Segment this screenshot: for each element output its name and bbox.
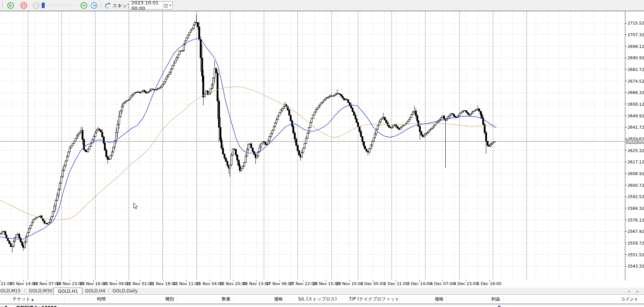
mouse-cursor-icon (134, 203, 138, 209)
candle-body (172, 65, 173, 69)
candle-body (68, 152, 69, 156)
candle-body (411, 115, 412, 117)
skip-icon[interactable] (104, 2, 112, 9)
play-triangle-icon (9, 4, 12, 7)
candle-body (248, 144, 249, 149)
rewind-icon[interactable] (33, 2, 40, 9)
candle-body (180, 51, 182, 52)
candle-body (431, 129, 432, 129)
candle-body (463, 110, 464, 111)
candle-body (186, 38, 187, 41)
price-axis-label: 2559.72 (628, 240, 644, 245)
candle-body (145, 92, 147, 93)
speed-slider[interactable] (41, 5, 76, 6)
candle-body (334, 95, 335, 96)
candle-body (119, 117, 120, 124)
candle-body (54, 206, 55, 211)
candle-body (493, 143, 494, 143)
column-divider (233, 295, 234, 303)
column-header-8[interactable]: 価格 (399, 295, 443, 303)
price-axis[interactable]: 2715.522707.322699.122690.922682.722674.… (625, 11, 644, 280)
candle-body (117, 124, 119, 132)
candle-body (476, 110, 477, 110)
candle-body (126, 101, 127, 102)
chart-area[interactable] (0, 11, 625, 280)
time-axis[interactable]: 21:0015 Nov 14:0018 Nov 07:0018 Nov 23:0… (0, 280, 625, 288)
column-header-10[interactable]: コメント (503, 295, 639, 303)
candle-body (30, 225, 31, 228)
chart-tab-gold-m15[interactable]: GOLD,M15 (0, 288, 20, 294)
candle-body (23, 245, 24, 247)
tab-scroll-left-icon[interactable]: ◂ (628, 289, 630, 293)
candle-body (339, 94, 341, 95)
stop-icon[interactable] (20, 2, 27, 9)
tab-scroll-right-icon[interactable]: ▸ (637, 289, 639, 293)
column-header-7[interactable]: T/P (テイクプロフィット) (349, 295, 399, 303)
candle-body (64, 166, 65, 171)
fast-ma-line (0, 39, 496, 240)
column-header-2[interactable]: 時間 (64, 295, 106, 303)
candle-body (169, 72, 171, 75)
chart-tab-gold-daily[interactable]: GOLD,Daily (113, 288, 138, 294)
candle-body (221, 140, 222, 148)
candle-body (487, 141, 488, 145)
speed-slider-handle[interactable] (42, 3, 45, 8)
candle-body (179, 51, 180, 55)
candle-body (283, 106, 285, 108)
fast-forward-icon[interactable] (80, 2, 87, 9)
step-forward-icon[interactable] (91, 2, 97, 9)
candlestick-chart[interactable] (0, 11, 625, 281)
candle-body (19, 234, 20, 238)
candle-body (319, 104, 321, 106)
candle-body (251, 144, 252, 148)
column-header-1[interactable]: チケット ▲ (12, 295, 34, 303)
price-tick (625, 231, 627, 232)
candle-body (346, 99, 348, 99)
candle-body (200, 39, 202, 58)
candle-body (48, 222, 50, 224)
play-icon[interactable] (7, 2, 14, 9)
chart-tab-gold-h4[interactable]: GOLD,H4 (85, 288, 105, 294)
orders-table-header: チケット ▲時間種別数量価格S/L (ストップロス)T/P (テイクプロフィット… (0, 295, 644, 303)
toolbar-grip[interactable] (1, 2, 3, 9)
candle-body (17, 234, 19, 235)
candle-body (434, 125, 435, 127)
candle-body (470, 113, 472, 115)
candle-body (134, 93, 135, 94)
candle-body (452, 113, 453, 114)
column-header-6[interactable]: S/L (ストップロス) (286, 295, 349, 303)
candle-body (211, 85, 213, 89)
candle-body (104, 143, 106, 150)
chart-tab-gold-m30[interactable]: GOLD,M30 (29, 288, 52, 294)
candle-body (293, 126, 294, 133)
column-divider (503, 295, 503, 303)
candle-body (467, 113, 469, 114)
candle-body (144, 90, 145, 92)
candle-body (132, 94, 134, 95)
candle-body (364, 146, 366, 149)
candle-body (356, 119, 357, 122)
candle-body (466, 111, 467, 113)
column-header-5[interactable]: 価格 (233, 295, 283, 303)
candle-body (97, 129, 99, 131)
candle-body (142, 90, 144, 91)
column-header-3[interactable]: 種別 (109, 295, 174, 303)
candle-body (218, 101, 220, 127)
candle-body (80, 130, 82, 132)
candle-body (103, 137, 105, 143)
candle-body (192, 28, 193, 30)
column-header-4[interactable]: 数量 (177, 295, 231, 303)
candle-body (491, 143, 493, 144)
candle-body (318, 106, 320, 108)
candle-body (121, 106, 123, 111)
chart-tab-gold-h1[interactable]: GOLD,H1 (53, 288, 82, 294)
candle-body (137, 92, 138, 92)
test-date-value[interactable]: 2023.10.01 00:00 (129, 0, 163, 11)
calendar-dropdown[interactable] (163, 2, 172, 9)
test-date-field[interactable]: 2023.10.01 00:00 (129, 1, 173, 10)
calendar-icon (164, 4, 168, 8)
column-divider (109, 295, 109, 303)
candle-body (263, 142, 265, 142)
column-header-9[interactable]: 利益 (446, 295, 500, 303)
candle-body (373, 138, 375, 141)
